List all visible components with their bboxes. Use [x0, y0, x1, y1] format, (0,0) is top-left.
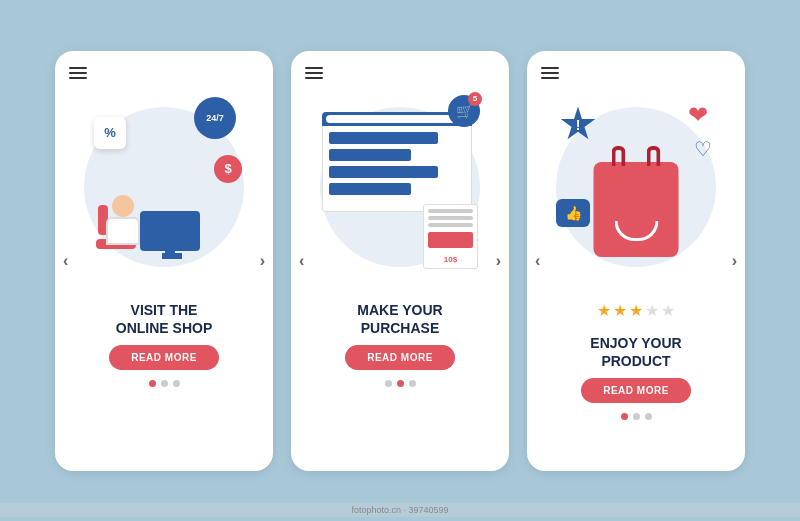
read-more-btn-3[interactable]: READ MORE: [581, 378, 691, 403]
illustration-2: 10$ 🛒 5: [310, 87, 490, 287]
person-head: [112, 195, 134, 217]
dot-1-2: [385, 380, 392, 387]
star-1: ★: [597, 301, 611, 320]
watermark: fotophoto.cn · 39740599: [0, 503, 800, 517]
next-arrow-1[interactable]: ›: [260, 252, 265, 270]
monitor-stand: [162, 253, 182, 259]
star-3: ★: [629, 301, 643, 320]
card-3: ! ❤ ♡ 👍 ★ ★ ★ ★ ★ ‹ › ENJOY YOUR PRODUCT…: [527, 51, 745, 471]
prev-arrow-3[interactable]: ‹: [535, 252, 540, 270]
dots-3: [621, 413, 652, 420]
illustration-3: ! ❤ ♡ 👍: [546, 87, 726, 287]
prev-arrow-1[interactable]: ‹: [63, 252, 68, 270]
browser-search: [326, 115, 468, 123]
hamburger-3[interactable]: [541, 67, 559, 79]
next-arrow-3[interactable]: ›: [732, 252, 737, 270]
bag-handle-right: [647, 146, 661, 166]
card-title-1: VISIT THE ONLINE SHOP: [116, 301, 212, 337]
dot-2-3: [633, 413, 640, 420]
browser-row-2: [329, 149, 411, 161]
receipt-price: 10$: [428, 255, 473, 264]
dot-active-2: [397, 380, 404, 387]
dots-1: [149, 380, 180, 387]
dot-3-2: [409, 380, 416, 387]
card-1: 24/7 % $ ‹ › VISIT THE: [55, 51, 273, 471]
card-title-3: ENJOY YOUR PRODUCT: [590, 334, 681, 370]
receipt: 10$: [423, 204, 478, 269]
cards-container: 24/7 % $ ‹ › VISIT THE: [35, 31, 765, 491]
receipt-line-2: [428, 216, 473, 220]
browser-row-3: [329, 166, 438, 178]
illustration-1: 24/7 % $: [74, 87, 254, 287]
dot-2-1: [161, 380, 168, 387]
browser-row-1: [329, 132, 438, 144]
person-body: [106, 217, 140, 245]
receipt-line-1: [428, 209, 473, 213]
stars-row: ★ ★ ★ ★ ★: [597, 301, 675, 320]
hamburger-2[interactable]: [305, 67, 323, 79]
browser-window: [322, 112, 472, 212]
dot-3-3: [645, 413, 652, 420]
card-title-2: MAKE YOUR PURCHASE: [357, 301, 442, 337]
browser-row-4: [329, 183, 411, 195]
bag-handle-left: [612, 146, 626, 166]
read-more-btn-1[interactable]: READ MORE: [109, 345, 219, 370]
star-4: ★: [645, 301, 659, 320]
dot-active-1: [149, 380, 156, 387]
next-arrow-2[interactable]: ›: [496, 252, 501, 270]
card-2: 10$ 🛒 5 ‹ › MAKE YOUR PURCHASE READ MORE: [291, 51, 509, 471]
heart-red-icon: ❤: [688, 101, 708, 129]
badge-percent: %: [94, 117, 126, 149]
dots-2: [385, 380, 416, 387]
read-more-btn-2[interactable]: READ MORE: [345, 345, 455, 370]
star-5: ★: [661, 301, 675, 320]
receipt-line-3: [428, 223, 473, 227]
receipt-red-bar: [428, 232, 473, 247]
bag-container: [594, 162, 679, 257]
prev-arrow-2[interactable]: ‹: [299, 252, 304, 270]
monitor: [140, 211, 200, 251]
star-2: ★: [613, 301, 627, 320]
thumbs-up-icon: 👍: [556, 199, 590, 227]
hamburger-1[interactable]: [69, 67, 87, 79]
dot-3-1: [173, 380, 180, 387]
shopping-bag: [594, 162, 679, 257]
browser-content: [322, 126, 472, 212]
dot-active-3: [621, 413, 628, 420]
heart-outline-icon: ♡: [694, 137, 712, 161]
cart-count: 5: [468, 92, 482, 106]
bag-smile: [614, 221, 658, 241]
badge-dollar: $: [214, 155, 242, 183]
badge-247: 24/7: [194, 97, 236, 139]
